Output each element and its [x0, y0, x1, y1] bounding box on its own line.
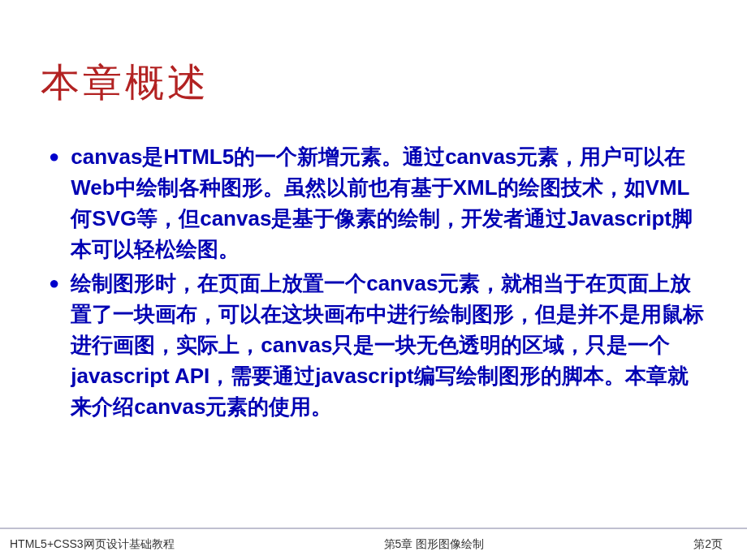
slide: 本章概述 ● canvas是HTML5的一个新增元素。通过canvas元素，用户… [0, 0, 747, 560]
footer: HTML5+CSS3网页设计基础教程 第5章 图形图像绘制 第2页 [0, 528, 747, 552]
chapter-title: 本章概述 [41, 57, 706, 109]
footer-chapter: 第5章 图形图像绘制 [175, 537, 694, 552]
bullet-text: 绘制图形时，在页面上放置一个canvas元素，就相当于在页面上放置了一块画布，可… [71, 268, 706, 422]
footer-page-number: 第2页 [693, 537, 723, 552]
footer-book-title: HTML5+CSS3网页设计基础教程 [10, 537, 175, 552]
bullet-dot-icon: ● [49, 268, 59, 299]
bullet-item: ● 绘制图形时，在页面上放置一个canvas元素，就相当于在页面上放置了一块画布… [49, 268, 706, 422]
content-area: ● canvas是HTML5的一个新增元素。通过canvas元素，用户可以在We… [41, 141, 706, 560]
bullet-dot-icon: ● [49, 141, 59, 172]
bullet-text: canvas是HTML5的一个新增元素。通过canvas元素，用户可以在Web中… [71, 141, 706, 265]
bullet-item: ● canvas是HTML5的一个新增元素。通过canvas元素，用户可以在We… [49, 141, 706, 265]
